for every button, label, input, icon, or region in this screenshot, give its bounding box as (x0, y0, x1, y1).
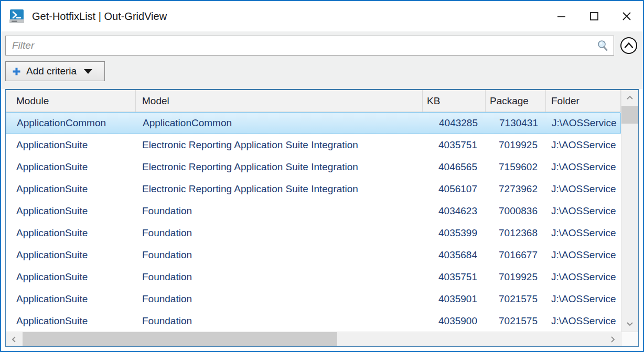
cell-package: 7021575 (486, 288, 546, 310)
cell-package: 7273962 (486, 178, 546, 200)
horizontal-scrollbar[interactable] (6, 332, 638, 346)
cell-model: ApplicationCommon (136, 113, 423, 134)
cell-module: ApplicationSuite (6, 288, 136, 310)
filter-row (5, 36, 639, 56)
cell-kb: 4035399 (423, 222, 486, 244)
cell-folder: J:\AOSService (546, 200, 621, 222)
cell-folder: J:\AOSService (546, 222, 621, 244)
scroll-left-button[interactable] (6, 332, 23, 346)
cell-folder: J:\AOSService (546, 266, 621, 288)
vertical-scrollbar-thumb[interactable] (621, 106, 638, 124)
cell-package: 7019925 (486, 266, 546, 288)
minimize-button[interactable] (545, 1, 578, 31)
table-row[interactable]: ApplicationSuiteFoundation40357517019925… (6, 266, 621, 288)
add-criteria-label: Add criteria (26, 65, 77, 77)
table-row[interactable]: ApplicationSuiteElectronic Reporting App… (6, 156, 621, 178)
table-row[interactable]: ApplicationSuiteFoundation40359017021575… (6, 288, 621, 310)
cell-model: Electronic Reporting Application Suite I… (136, 134, 423, 156)
column-header-folder[interactable]: Folder (546, 90, 621, 112)
cell-model: Foundation (136, 200, 423, 222)
cell-model: Foundation (136, 244, 423, 266)
filter-input[interactable] (11, 39, 596, 52)
grid-header-row: ModuleModelKBPackageFolder (6, 90, 621, 112)
cell-folder: J:\AOSService (546, 244, 621, 266)
cell-model: Electronic Reporting Application Suite I… (136, 178, 423, 200)
cell-kb: 4043285 (423, 113, 486, 134)
cell-kb: 4035751 (423, 266, 486, 288)
cell-package: 7159602 (486, 156, 546, 178)
search-icon (596, 39, 609, 52)
cell-folder: J:\AOSService (546, 134, 621, 156)
plus-icon (12, 67, 21, 76)
cell-model: Foundation (136, 310, 423, 332)
column-header-package[interactable]: Package (486, 90, 546, 112)
cell-module: ApplicationSuite (6, 310, 136, 332)
table-row[interactable]: ApplicationCommonApplicationCommon404328… (6, 112, 621, 134)
cell-folder: J:\AOSService (546, 113, 620, 134)
column-header-kb[interactable]: KB (423, 90, 486, 112)
cell-kb: 4046565 (423, 156, 486, 178)
scroll-down-button[interactable] (621, 316, 638, 332)
cell-model: Foundation (136, 288, 423, 310)
scroll-up-button[interactable] (621, 90, 638, 106)
vertical-scrollbar-track[interactable] (621, 124, 638, 316)
cell-module: ApplicationSuite (6, 156, 136, 178)
grid-content: ModuleModelKBPackageFolder ApplicationCo… (6, 90, 621, 332)
grid-rows: ApplicationCommonApplicationCommon404328… (6, 112, 621, 332)
cell-package: 7016677 (486, 244, 546, 266)
criteria-row: Add criteria (5, 61, 639, 81)
window-title: Get-HotfixList | Out-GridView (32, 10, 545, 23)
filter-pane: Add criteria (1, 31, 643, 89)
cell-kb: 4035901 (423, 288, 486, 310)
cell-module: ApplicationSuite (6, 134, 136, 156)
cell-model: Foundation (136, 266, 423, 288)
powershell-icon (8, 8, 25, 25)
cell-kb: 4056107 (423, 178, 486, 200)
cell-folder: J:\AOSService (546, 288, 621, 310)
data-grid: ModuleModelKBPackageFolder ApplicationCo… (5, 89, 639, 347)
collapse-criteria-button[interactable] (619, 36, 639, 56)
table-row[interactable]: ApplicationSuiteFoundation40356847016677… (6, 244, 621, 266)
cell-kb: 4035900 (423, 310, 486, 332)
cell-module: ApplicationSuite (6, 178, 136, 200)
add-criteria-button[interactable]: Add criteria (5, 61, 105, 81)
grid-main: ModuleModelKBPackageFolder ApplicationCo… (6, 90, 638, 332)
column-header-module[interactable]: Module (6, 90, 136, 112)
cell-folder: J:\AOSService (546, 310, 621, 332)
cell-kb: 4034623 (423, 200, 486, 222)
close-button[interactable] (610, 1, 643, 31)
cell-module: ApplicationCommon (6, 113, 136, 134)
cell-package: 7021575 (486, 310, 546, 332)
horizontal-scrollbar-track[interactable] (337, 332, 604, 346)
chevron-down-icon (84, 69, 92, 74)
cell-module: ApplicationSuite (6, 266, 136, 288)
cell-module: ApplicationSuite (6, 244, 136, 266)
vertical-scrollbar[interactable] (621, 90, 638, 332)
cell-package: 7130431 (486, 113, 546, 134)
cell-kb: 4035684 (423, 244, 486, 266)
cell-model: Electronic Reporting Application Suite I… (136, 156, 423, 178)
filter-input-box (5, 36, 614, 56)
cell-module: ApplicationSuite (6, 200, 136, 222)
out-gridview-window: Get-HotfixList | Out-GridView (0, 0, 644, 352)
chevron-up-circle-icon (619, 36, 638, 55)
table-row[interactable]: ApplicationSuiteElectronic Reporting App… (6, 134, 621, 156)
scrollbar-corner (621, 332, 638, 346)
cell-module: ApplicationSuite (6, 222, 136, 244)
horizontal-scrollbar-thumb[interactable] (23, 332, 337, 346)
maximize-button[interactable] (578, 1, 610, 31)
cell-model: Foundation (136, 222, 423, 244)
table-row[interactable]: ApplicationSuiteFoundation40353997012368… (6, 222, 621, 244)
column-header-model[interactable]: Model (136, 90, 423, 112)
table-row[interactable]: ApplicationSuiteFoundation40346237000836… (6, 200, 621, 222)
cell-kb: 4035751 (423, 134, 486, 156)
title-bar[interactable]: Get-HotfixList | Out-GridView (1, 1, 643, 31)
cell-package: 7012368 (486, 222, 546, 244)
cell-package: 7019925 (486, 134, 546, 156)
cell-folder: J:\AOSService (546, 156, 621, 178)
table-row[interactable]: ApplicationSuiteFoundation40359007021575… (6, 310, 621, 332)
cell-folder: J:\AOSService (546, 178, 621, 200)
table-row[interactable]: ApplicationSuiteElectronic Reporting App… (6, 178, 621, 200)
scroll-right-button[interactable] (604, 332, 621, 346)
cell-package: 7000836 (486, 200, 546, 222)
